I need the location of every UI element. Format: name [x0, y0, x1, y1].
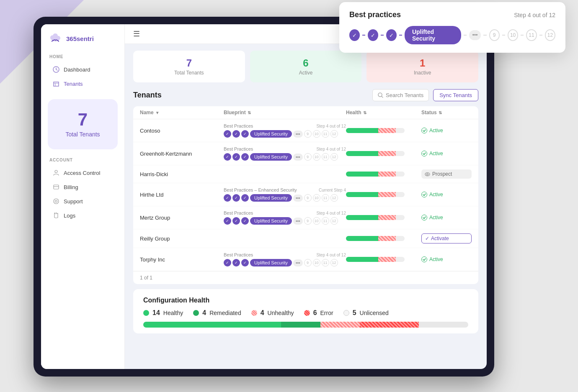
blueprint-torphy: Best Practices Step 4 out of 12 ✓ ✓ ✓ Up… [224, 252, 346, 266]
support-icon [53, 198, 59, 205]
bar-healthy [143, 322, 281, 328]
tenants-label: Tenants [64, 81, 83, 87]
access-icon [53, 169, 59, 176]
tenant-name-torphy: Torphy Inc [140, 256, 224, 263]
side-count-card: 7 Total Tenants [48, 99, 118, 149]
stat-active-number: 6 [257, 57, 355, 69]
connector-7 [521, 35, 524, 36]
tenants-icon [53, 80, 59, 87]
remediated-dot [193, 310, 199, 316]
health-harris [346, 172, 421, 177]
sidebar-item-billing[interactable]: Billing [44, 180, 121, 194]
connector-4 [464, 35, 467, 36]
tenants-table: Name ▼ Blueprint ⇅ Health ⇅ Status ⇅ Con… [133, 106, 478, 284]
sidebar-item-support[interactable]: Support [44, 195, 121, 208]
status-contoso: Active [421, 128, 472, 133]
search-icon [378, 92, 383, 98]
connector-2 [381, 35, 384, 36]
sidebar-item-access[interactable]: Access Control [44, 166, 121, 179]
active-check-icon [421, 192, 427, 197]
side-count-label: Total Tenants [54, 131, 111, 138]
logo: 365sentri [41, 33, 124, 54]
status-torphy: Active [421, 256, 472, 262]
step-12[interactable]: 12 [545, 29, 555, 41]
side-count-number: 7 [54, 111, 111, 128]
logs-icon [53, 212, 59, 219]
stat-active-label: Active [257, 70, 355, 76]
hamburger-icon[interactable]: ☰ [133, 29, 140, 38]
error-count: 6 [313, 309, 317, 317]
health-legend: 14 Healthy 4 Remediated 4 Unhealthy [143, 309, 468, 317]
connector-5 [483, 35, 486, 36]
healthy-dot [143, 310, 149, 316]
step-done-1: ✓ [349, 29, 360, 41]
svg-point-7 [422, 151, 427, 156]
config-health-section: Configuration Health 14 Healthy 4 Remedi… [133, 289, 478, 333]
tenant-name-mertz: Mertz Group [140, 215, 224, 221]
sidebar-item-tenants[interactable]: Tenants [44, 77, 121, 90]
stat-total-label: Total Tenants [140, 70, 238, 76]
health-mertz [346, 215, 421, 220]
active-check-icon [421, 151, 427, 156]
th-blueprint: Blueprint ⇅ [224, 110, 346, 115]
status-hirthe: Active [421, 192, 472, 197]
svg-point-4 [55, 200, 57, 202]
legend-error: 6 Error [304, 309, 333, 317]
unlicensed-count: 5 [353, 309, 356, 317]
blueprint-contoso: Best Practices Step 4 out of 12 ✓ ✓ ✓ Up… [224, 123, 346, 138]
health-reilly [346, 236, 421, 241]
unhealthy-count: 4 [261, 309, 264, 317]
svg-point-10 [422, 192, 427, 197]
healthy-count: 14 [152, 309, 160, 317]
unlicensed-dot [343, 310, 349, 316]
blueprint-mertz: Best Practices Step 4 out of 12 ✓ ✓ ✓ Up… [224, 210, 346, 225]
dashboard-icon [53, 66, 59, 73]
pagination: 1 of 1 [133, 271, 478, 284]
step-10[interactable]: 10 [508, 29, 518, 41]
connector-6 [502, 35, 505, 36]
step-11[interactable]: 11 [526, 29, 537, 41]
unhealthy-label: Unhealthy [268, 310, 294, 316]
table-row: Mertz Group Best Practices Step 4 out of… [133, 206, 478, 229]
step-active[interactable]: Uplifted Security [405, 26, 461, 44]
svg-rect-2 [54, 185, 59, 189]
prospect-icon [425, 172, 430, 177]
search-box[interactable]: Search Tenants [372, 89, 429, 101]
step-done-3: ✓ [386, 29, 397, 41]
sidebar-item-dashboard[interactable]: Dashboard [44, 63, 121, 76]
table-header: Name ▼ Blueprint ⇅ Health ⇅ Status ⇅ [133, 106, 478, 119]
active-check-icon [421, 256, 427, 262]
blueprint-hirthe: Best Practices – Enhanced Security Curre… [224, 187, 346, 202]
sync-tenants-button[interactable]: Sync Tenants [433, 89, 478, 101]
dashboard-label: Dashboard [64, 67, 90, 73]
home-section-label: HOME [41, 54, 124, 62]
th-status: Status ⇅ [421, 110, 472, 115]
legend-unhealthy: 4 Unhealthy [251, 309, 294, 317]
status-mertz: Active [421, 215, 472, 220]
connector-1 [362, 35, 365, 36]
svg-point-1 [55, 170, 57, 173]
health-contoso [346, 128, 421, 133]
bar-error [360, 322, 419, 328]
sidebar-item-logs[interactable]: Logs [44, 209, 121, 222]
logs-label: Logs [64, 213, 75, 219]
status-reilly[interactable]: ✓ Activate [421, 233, 472, 243]
legend-remediated: 4 Remediated [193, 309, 241, 317]
tenant-name-hirthe: Hirthe Ltd [140, 192, 224, 198]
blueprint-greenholt: Best Practices Step 4 out of 12 ✓ ✓ ✓ Up… [224, 146, 346, 161]
tenants-actions: Search Tenants Sync Tenants [372, 89, 478, 101]
svg-point-12 [422, 257, 427, 262]
legend-unlicensed: 5 Unlicensed [343, 309, 389, 317]
table-row: Contoso Best Practices Step 4 out of 12 … [133, 119, 478, 142]
unlicensed-label: Unlicensed [360, 310, 389, 316]
search-placeholder: Search Tenants [386, 92, 423, 98]
error-dot [304, 310, 310, 316]
connector-3 [399, 35, 402, 36]
table-row: Reilly Group ✓ Activate [133, 229, 478, 248]
popup-title: Best practices [349, 10, 401, 19]
status-greenholt: Active [421, 151, 472, 156]
status-harris: Prospect [421, 169, 472, 179]
step-9[interactable]: 9 [489, 29, 500, 41]
tablet-device: 365sentri HOME Dashboard Tenants [34, 17, 494, 377]
stat-inactive-number: 1 [373, 57, 472, 69]
